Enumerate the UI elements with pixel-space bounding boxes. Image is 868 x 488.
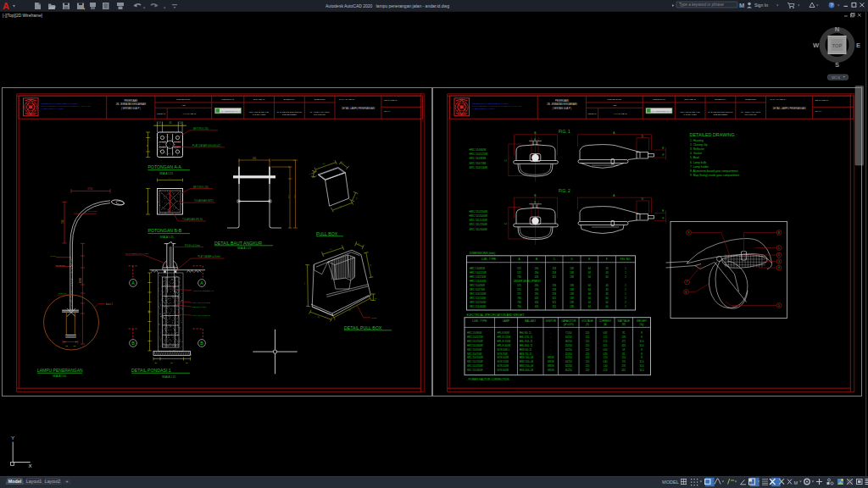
svg-text:WIRE: WIRE (371, 317, 377, 319)
svg-text:81: 81 (622, 352, 625, 356)
svg-text:A: A (131, 280, 135, 286)
svg-text:BSN 250L,08: BSN 250L,08 (520, 364, 533, 368)
svg-text:DIPERIKSA: DIPERIKSA (715, 98, 726, 101)
svg-text:+: + (65, 479, 68, 484)
svg-text:94: 94 (588, 297, 592, 300)
svg-text:(V): (V) (586, 323, 589, 326)
svg-text:KABUPATEN JAYAPURA: KABUPATEN JAYAPURA (42, 108, 64, 110)
svg-text:138: 138 (570, 275, 574, 279)
svg-text:IR. BAMBANG SUSANTO MT: IR. BAMBANG SUSANTO MT (708, 111, 733, 113)
svg-text:HRC 511/250W: HRC 511/250W (467, 340, 483, 343)
svg-text:SRC 510/100W: SRC 510/100W (467, 356, 483, 359)
svg-text:PT. ANDESMONTANA JAYA: PT. ANDESMONTANA JAYA (652, 110, 675, 112)
svg-text:SN/58: SN/58 (548, 356, 554, 359)
svg-text:HPL-N 125W: HPL-N 125W (498, 336, 511, 339)
svg-text:TULANGAN 8Ø12: TULANGAN 8Ø12 (194, 199, 214, 202)
svg-text:321: 321 (552, 297, 556, 300)
svg-text:10.4: 10.4 (639, 360, 644, 363)
svg-text:DISETUJUI: DISETUJUI (314, 98, 326, 101)
svg-text:TULANGAN 8 Ø12: TULANGAN 8 Ø12 (192, 302, 211, 304)
svg-text:ELECTRICAL SPECIFICATION AND W: ELECTRICAL SPECIFICATION AND WEIGHT (467, 313, 525, 317)
svg-text:4. Gasket: 4. Gasket (690, 152, 702, 155)
svg-text:PLAT DASAR t=22mm: PLAT DASAR t=22mm (198, 255, 220, 258)
svg-text:X: X (29, 463, 32, 469)
svg-text:84: 84 (588, 267, 592, 270)
svg-text:M: M (739, 2, 744, 9)
svg-text:750: 750 (61, 219, 64, 224)
svg-text:0.60: 0.60 (603, 348, 608, 352)
svg-text:BSN 400L,08: BSN 400L,08 (520, 369, 533, 372)
svg-text:PULL BOX: PULL BOX (316, 231, 338, 236)
svg-text:43: 43 (605, 284, 609, 287)
svg-text:BHL 125L 11: BHL 125L 11 (520, 336, 533, 339)
svg-text:HRC 510/80W: HRC 510/80W (470, 267, 485, 270)
svg-text:43: 43 (605, 292, 609, 296)
svg-text:8. Aluminium-based gear compar: 8. Aluminium-based gear compartment (690, 169, 738, 173)
svg-text:JBL JEMBATAN KENDARAAN: JBL JEMBATAN KENDARAAN (116, 103, 147, 106)
svg-text:SN/58: SN/58 (548, 369, 554, 372)
svg-text:435: 435 (535, 301, 539, 304)
svg-text:FIG. 2: FIG. 2 (559, 188, 570, 193)
svg-text:258: 258 (552, 271, 556, 274)
svg-text:220: 220 (586, 344, 590, 347)
svg-text:92: 92 (622, 331, 625, 335)
svg-text:HPL-N 250W: HPL-N 250W (498, 340, 511, 343)
svg-text:NAMA: NAMA (51, 255, 57, 258)
svg-text:PPK PROYEK: PPK PROYEK (314, 114, 326, 115)
svg-text:0.95: 0.95 (603, 352, 608, 356)
svg-text:170: 170 (622, 360, 626, 363)
svg-text:575: 575 (517, 292, 521, 296)
svg-text:321: 321 (552, 301, 556, 304)
svg-text:Model: Model (8, 479, 22, 484)
svg-text:E: E (588, 258, 590, 261)
svg-text:SRC 511/250W: SRC 511/250W (470, 301, 487, 304)
svg-text:10.4: 10.4 (639, 340, 644, 343)
svg-text:SRC 510/70W: SRC 510/70W (470, 288, 485, 291)
svg-text:IR. AGUS HARIYANTO: IR. AGUS HARIYANTO (741, 111, 760, 113)
svg-text:2: 2 (778, 253, 780, 257)
svg-text:10/250: 10/250 (565, 348, 573, 352)
svg-text:DETAIL LAMPU PENERANGAN: DETAIL LAMPU PENERANGAN (342, 107, 375, 110)
svg-text:KONSULTAN: KONSULTAN (653, 98, 665, 101)
svg-text:-: - (550, 345, 551, 347)
svg-text:220: 220 (586, 336, 590, 339)
svg-text:94: 94 (588, 275, 592, 279)
svg-text:TOP: TOP (832, 43, 843, 48)
svg-text:DIMENSIONS (mm): DIMENSIONS (mm) (470, 252, 495, 255)
svg-text:60: 60 (605, 275, 609, 279)
svg-text:SRC 511/400W: SRC 511/400W (470, 305, 487, 308)
svg-text:HAL GAMBAR: HAL GAMBAR (614, 113, 627, 115)
svg-text:435: 435 (535, 297, 539, 300)
svg-text:-: - (550, 332, 551, 335)
svg-text:CAD DRAFTER: CAD DRAFTER (683, 114, 697, 115)
svg-text:SON 250W: SON 250W (498, 364, 509, 368)
svg-text:290: 290 (535, 267, 539, 270)
svg-text:7: 7 (687, 280, 688, 284)
svg-text:220: 220 (586, 369, 590, 372)
svg-text:WATTAGE: WATTAGE (618, 319, 630, 323)
svg-text:321: 321 (552, 305, 556, 308)
svg-text:7. Lamp holder: 7. Lamp holder (690, 165, 709, 169)
svg-text:2.20: 2.20 (603, 369, 608, 372)
svg-text:KABUPATEN JAYAPURA: KABUPATEN JAYAPURA (472, 108, 495, 110)
svg-text:400: 400 (287, 194, 290, 198)
svg-text:LEMBAR: LEMBAR (588, 113, 597, 115)
svg-text:HRC 510/125W: HRC 510/125W (470, 152, 488, 156)
svg-text:84: 84 (588, 271, 592, 274)
svg-text:84: 84 (588, 284, 592, 287)
svg-text:SRC 510/50W: SRC 510/50W (467, 348, 482, 352)
svg-text:290: 290 (535, 288, 539, 291)
svg-text:MUHAMMAD RIZAL ST: MUHAMMAD RIZAL ST (680, 111, 700, 113)
svg-text:220: 220 (586, 356, 590, 359)
svg-text:NAMA GAMBAR :: NAMA GAMBAR : (339, 98, 355, 101)
svg-text:SKALA 1:25: SKALA 1:25 (237, 247, 252, 250)
svg-text:5: 5 (778, 304, 780, 308)
svg-text:BHL 400L 11: BHL 400L 11 (520, 344, 533, 347)
svg-text:790: 790 (517, 275, 521, 279)
svg-text:DETAIL LAMPU PENERANGAN: DETAIL LAMPU PENERANGAN (773, 107, 806, 110)
svg-text:SKALA 1:25: SKALA 1:25 (159, 172, 174, 175)
svg-text:SRC 511/150W: SRC 511/150W (470, 297, 487, 300)
svg-text:43: 43 (605, 267, 609, 270)
svg-text:SON 70W: SON 70W (498, 352, 509, 356)
svg-text:9: 9 (688, 231, 690, 235)
